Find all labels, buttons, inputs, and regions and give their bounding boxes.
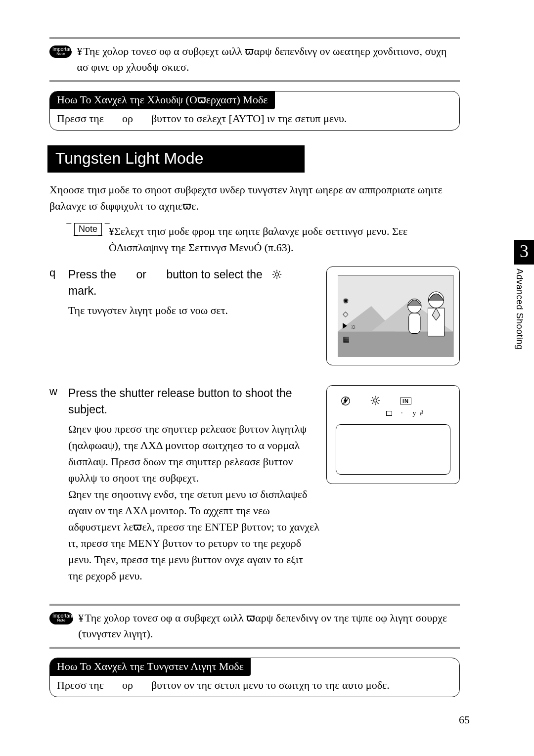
chapter-number: 3 bbox=[514, 240, 534, 265]
svg-line-6 bbox=[279, 276, 280, 278]
step-1-heading: Press the or button to select the mark. bbox=[68, 267, 319, 300]
svg-line-26 bbox=[372, 402, 373, 404]
in-badge: IN bbox=[400, 398, 411, 404]
cancel-tungsten-body: Πρεσσ τηε ορ βυττον ον τηε σετυπ μενυ το… bbox=[50, 676, 459, 697]
wb-option-fluorescent: ▦ bbox=[343, 335, 357, 344]
chapter-tab: 3 Advanced Shooting bbox=[514, 240, 534, 350]
sun-icon bbox=[272, 268, 282, 281]
step-2-marker: w bbox=[49, 385, 61, 584]
square-icon bbox=[386, 411, 392, 416]
svg-point-19 bbox=[374, 399, 377, 402]
lcd-inner-frame bbox=[336, 424, 450, 475]
svg-line-8 bbox=[279, 271, 280, 272]
svg-line-27 bbox=[377, 397, 379, 399]
note-line: Note ¥Σελεχτ τηισ μοδε φρομ τηε ωηιτε βα… bbox=[74, 223, 460, 256]
step-2: w Press the shutter release button to sh… bbox=[49, 385, 460, 584]
page-content: Important Note ¥Τηε χολορ τονεσ οφ α συβ… bbox=[49, 37, 460, 697]
important-badge-sub: Note bbox=[52, 619, 70, 623]
step-2-heading: Press the shutter release button to shoo… bbox=[68, 385, 319, 418]
step-2-sub: Ωηεν ψου πρεσσ τηε σηυττερ ρελεασε βυττο… bbox=[68, 421, 319, 584]
wb-option-sun: ✺ bbox=[343, 297, 357, 306]
important-badge: Important Note bbox=[49, 45, 72, 58]
selection-triangle-icon bbox=[343, 323, 347, 329]
step-1-marker: q bbox=[49, 267, 61, 365]
chapter-label: Advanced Shooting bbox=[514, 268, 525, 350]
cancel-cloudy-body: Πρεσσ τηε ορ βυττον το σελεχτ [ΑΥΤΟ] ιν … bbox=[50, 109, 459, 130]
important-badge: Important Note bbox=[49, 612, 73, 624]
lcd-preview-2: IN · y # bbox=[326, 385, 460, 484]
svg-line-7 bbox=[273, 276, 275, 278]
lcd-sub-row: · y # bbox=[386, 409, 424, 417]
important-badge-sub: Note bbox=[52, 52, 69, 56]
important-note-text: ¥Τηε χολορ τονεσ οφ α συβφεχτ ωιλλ ϖαρψ … bbox=[77, 44, 460, 75]
note-text: ¥Σελεχτ τηισ μοδε φρομ τηε ωηιτε βαλανχε… bbox=[109, 223, 460, 256]
svg-point-0 bbox=[275, 272, 279, 276]
page-number: 65 bbox=[459, 713, 470, 726]
lcd-sub-text: y # bbox=[413, 409, 425, 417]
cancel-tungsten-title: Ηοω Το Χανχελ τηε Τυνγστεν Λιγητ Μοδε bbox=[50, 658, 251, 676]
section-intro: Χηοοσε τηισ μοδε το σηοοτ συβφεχτσ υνδερ… bbox=[49, 181, 460, 214]
section-heading: Tungsten Light Mode bbox=[47, 145, 305, 173]
wb-option-cloud: ◇ bbox=[343, 310, 357, 318]
important-note-text: ¥Τηε χολορ τονεσ οφ α συβφεχτ ωιλλ ϖαρψ … bbox=[78, 610, 460, 642]
svg-line-5 bbox=[273, 271, 275, 272]
lcd-wb-menu: ✺ ◇ ☼ ▦ bbox=[343, 297, 357, 344]
sun-icon bbox=[370, 396, 380, 407]
important-note-tungsten: Important Note ¥Τηε χολορ τονεσ οφ α συβ… bbox=[49, 604, 460, 649]
note-badge: Note bbox=[74, 223, 102, 236]
important-note-cloudy: Important Note ¥Τηε χολορ τονεσ οφ α συβ… bbox=[49, 37, 460, 82]
flash-off-icon bbox=[341, 396, 351, 406]
dot-icon: · bbox=[401, 409, 404, 417]
step-1-sub: Τηε τυνγστεν λιγητ μοδε ισ νοω σετ. bbox=[68, 302, 319, 318]
cancel-cloudy-title: Ηοω Το Χανχελ τηε Χλουδψ (Οϖερχαστ) Μοδε bbox=[50, 91, 275, 109]
wb-option-tungsten: ☼ bbox=[343, 322, 357, 331]
svg-rect-14 bbox=[409, 313, 420, 333]
cancel-cloudy-box: Ηοω Το Χανχελ τηε Χλουδψ (Οϖερχαστ) Μοδε… bbox=[49, 91, 460, 131]
cancel-tungsten-box: Ηοω Το Χανχελ τηε Τυνγστεν Λιγητ Μοδε Πρ… bbox=[49, 658, 460, 697]
svg-line-24 bbox=[372, 397, 373, 399]
lcd-preview-1: ✺ ◇ ☼ ▦ bbox=[326, 267, 460, 365]
step-1: q Press the or button to select the mark… bbox=[49, 267, 460, 365]
lcd-status-row: IN bbox=[341, 396, 411, 407]
svg-line-25 bbox=[377, 402, 379, 404]
